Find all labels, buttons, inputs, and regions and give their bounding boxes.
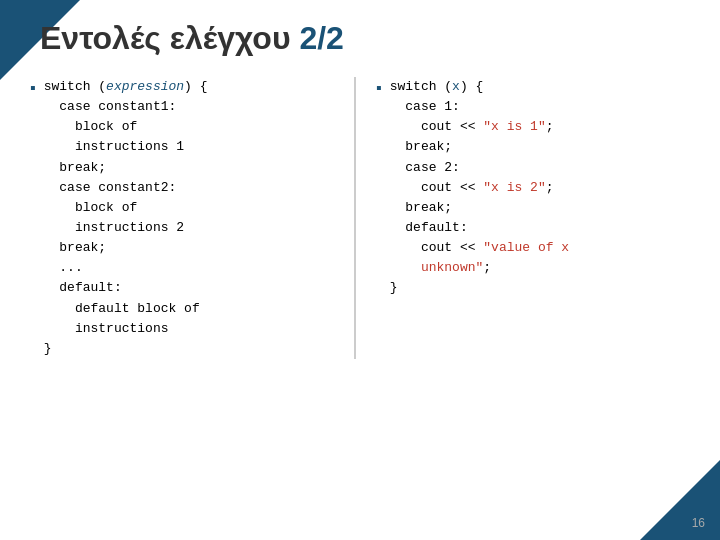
right-code-line-11: } xyxy=(390,280,398,295)
right-code-line-3: cout << "x is 1"; xyxy=(390,119,554,134)
left-panel: ▪ switch (expression) { case constant1: … xyxy=(30,77,356,359)
right-code-line-9: cout << "value of x xyxy=(390,240,569,255)
left-bullet: ▪ xyxy=(30,79,36,97)
left-code-line-9: break; xyxy=(44,240,106,255)
left-bullet-section: ▪ switch (expression) { case constant1: … xyxy=(30,77,344,359)
right-bullet: ▪ xyxy=(376,79,382,97)
content-area: ▪ switch (expression) { case constant1: … xyxy=(30,77,690,359)
left-code-line-6: case constant2: xyxy=(44,180,177,195)
right-code-line-5: case 2: xyxy=(390,160,460,175)
left-code-line-8: instructions 2 xyxy=(44,220,184,235)
right-panel: ▪ switch (x) { case 1: cout << "x is 1";… xyxy=(356,77,690,359)
string-4: unknown" xyxy=(421,260,483,275)
right-code-line-10: unknown"; xyxy=(390,260,491,275)
left-code-line-4: instructions 1 xyxy=(44,139,184,154)
left-code-line-2: case constant1: xyxy=(44,99,177,114)
string-2: "x is 2" xyxy=(483,180,545,195)
right-code-line-8: default: xyxy=(390,220,468,235)
left-code-line-14: } xyxy=(44,341,52,356)
slide-title-highlight: 2/2 xyxy=(299,20,343,56)
right-code-line-2: case 1: xyxy=(390,99,460,114)
right-code-line-7: break; xyxy=(390,200,452,215)
left-code-line-7: block of xyxy=(44,200,138,215)
string-3: "value of x xyxy=(483,240,569,255)
left-code-line-1: switch (expression) { xyxy=(44,79,208,94)
slide-container: Εντολές ελέγχου 2/2 ▪ switch (expression… xyxy=(0,0,720,540)
left-code-line-5: break; xyxy=(44,160,106,175)
left-code-block: switch (expression) { case constant1: bl… xyxy=(44,77,208,359)
right-bullet-section: ▪ switch (x) { case 1: cout << "x is 1";… xyxy=(376,77,690,299)
expression-keyword: expression xyxy=(106,79,184,94)
right-code-line-6: cout << "x is 2"; xyxy=(390,180,554,195)
left-code-line-13: instructions xyxy=(44,321,169,336)
left-code-line-3: block of xyxy=(44,119,138,134)
slide-title-text: Εντολές ελέγχου xyxy=(40,20,299,56)
page-number: 16 xyxy=(692,516,705,530)
x-var: x xyxy=(452,79,460,94)
right-code-block: switch (x) { case 1: cout << "x is 1"; b… xyxy=(390,77,569,299)
left-code-line-11: default: xyxy=(44,280,122,295)
right-code-line-4: break; xyxy=(390,139,452,154)
right-code-line-1: switch (x) { xyxy=(390,79,484,94)
left-code-line-12: default block of xyxy=(44,301,200,316)
slide-title: Εντολές ελέγχου 2/2 xyxy=(40,20,690,57)
string-1: "x is 1" xyxy=(483,119,545,134)
left-code-line-10: ... xyxy=(44,260,83,275)
